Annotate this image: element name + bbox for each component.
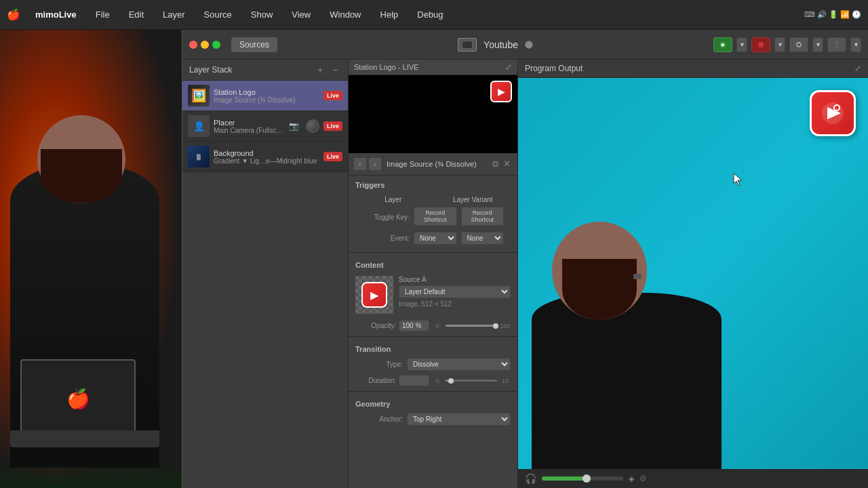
- source-select[interactable]: Layer Default: [399, 285, 511, 298]
- trigger-variant-header: Layer Variant: [435, 195, 511, 205]
- audio-knob: [583, 474, 591, 483]
- nav-prev-button[interactable]: ‹: [354, 158, 366, 170]
- inspector-expand-icon[interactable]: ⤢: [505, 62, 512, 72]
- inspector-source-title: Image Source (¾ Dissolve): [387, 160, 477, 168]
- layer-info-placer: Placer Main Camera (Fullscreen): [214, 119, 285, 134]
- program-output-header: Program Output ⤢: [518, 60, 868, 78]
- program-output-title: Program Output: [525, 64, 583, 73]
- menu-file[interactable]: File: [92, 8, 114, 21]
- remove-layer-button[interactable]: −: [329, 64, 341, 76]
- headphone-icon: 🎧: [525, 473, 536, 484]
- geometry-section-header: Geometry: [349, 394, 517, 411]
- event-label: Event:: [362, 235, 410, 242]
- duration-input[interactable]: 0,5 s: [399, 375, 429, 386]
- svg-rect-6: [797, 42, 800, 43]
- camera-bottom-glow: [0, 461, 182, 488]
- sources-button[interactable]: Sources: [231, 37, 277, 52]
- opacity-input[interactable]: 100 %: [399, 320, 429, 331]
- menu-view[interactable]: View: [288, 8, 315, 21]
- duration-row: Duration: 0,5 s 0 10: [349, 373, 517, 388]
- expand-button[interactable]: ▾: [850, 37, 861, 52]
- menu-edit[interactable]: Edit: [125, 8, 148, 21]
- menu-show[interactable]: Show: [247, 8, 277, 21]
- transition-type-label: Type:: [355, 361, 403, 368]
- duration-max: 10: [500, 378, 511, 384]
- layer-item-background[interactable]: ▓ Background Gradient ▼ Lig…e—Midnight b…: [182, 142, 348, 172]
- svg-point-11: [835, 106, 839, 110]
- mimo-window: Sources Youtube ▾: [182, 30, 868, 488]
- volume-knob[interactable]: [306, 119, 319, 133]
- layer-info-logo: Station Logo Image Source (¾ Dissolve): [214, 88, 319, 104]
- audio-settings-icon[interactable]: ⚙: [639, 474, 647, 483]
- close-button[interactable]: [189, 41, 197, 49]
- menubar: 🍎 mimoLive File Edit Layer Source Show V…: [0, 0, 868, 30]
- window-title-area: Youtube: [283, 38, 708, 52]
- source-logo-icon: ▶: [361, 282, 387, 308]
- nav-next-button[interactable]: ›: [369, 158, 381, 170]
- layer-thumb-camera: 👤: [188, 115, 210, 137]
- event-layer-select[interactable]: None: [414, 232, 457, 245]
- video-person-beard: [562, 259, 637, 320]
- dropdown-button[interactable]: ▾: [736, 37, 747, 52]
- record-indicator: [525, 41, 533, 49]
- trigger-layer-header: Layer: [355, 195, 431, 205]
- source-thumbnail: ▶: [355, 276, 393, 314]
- layer-item-station-logo[interactable]: 🖼️ Station Logo Image Source (¾ Dissolve…: [182, 81, 348, 111]
- layer-stack-actions: + −: [314, 64, 341, 76]
- toggle-key-layer-button[interactable]: Record Shortcut: [414, 207, 457, 226]
- layer-badge-placer: Live: [323, 121, 342, 131]
- trigger-col-layer: Layer: [355, 195, 431, 205]
- go-live-button[interactable]: [713, 37, 732, 52]
- settings-button[interactable]: ⋮: [827, 37, 846, 52]
- maximize-button[interactable]: [212, 41, 220, 49]
- app-name[interactable]: mimoLive: [31, 8, 81, 21]
- audio-volume-slider[interactable]: [542, 476, 623, 481]
- source-a-label: Source A: [399, 276, 511, 283]
- anchor-select[interactable]: Top Right: [407, 413, 511, 426]
- laptop-screen: 🍎: [20, 359, 136, 434]
- trigger-col-variant: Layer Variant: [435, 195, 511, 205]
- menu-window[interactable]: Window: [326, 8, 365, 21]
- layer-thumb-logo: 🖼️: [188, 85, 210, 106]
- menu-help[interactable]: Help: [376, 8, 403, 21]
- toggle-key-row: Toggle Key: Record Shortcut Record Short…: [355, 205, 511, 230]
- inspector-delete-icon[interactable]: ✕: [502, 157, 512, 171]
- menu-layer[interactable]: Layer: [159, 8, 189, 21]
- event-variant-select[interactable]: None: [461, 232, 505, 245]
- triggers-columns: Layer Layer Variant: [355, 195, 511, 205]
- opacity-slider[interactable]: [446, 325, 497, 327]
- inspector-duplicate-icon[interactable]: ⧉: [491, 157, 500, 171]
- inspector-actions: ⧉ ✕: [491, 157, 512, 171]
- toolbar-right: ▾ ▾ ▾ ⋮ ▾: [713, 37, 861, 52]
- content-section-header: Content: [349, 256, 517, 272]
- opacity-row: Opacity: 100 % 0 100: [349, 318, 517, 333]
- layer-item-placer[interactable]: 👤 Placer Main Camera (Fullscreen) 📷 Live: [182, 111, 348, 142]
- menu-debug[interactable]: Debug: [413, 8, 447, 21]
- transition-type-row: Type: Dissolve: [349, 356, 517, 373]
- opacity-max: 100: [500, 323, 511, 329]
- add-layer-button[interactable]: +: [314, 64, 326, 76]
- program-expand-icon[interactable]: ⤢: [854, 64, 861, 73]
- layer-stack-header: Layer Stack + −: [182, 60, 348, 81]
- svg-rect-1: [462, 41, 472, 48]
- apple-logo-icon: 🍎: [66, 388, 90, 410]
- record-button[interactable]: [751, 37, 770, 52]
- layer-badge-background: Live: [323, 152, 342, 161]
- layer-source-logo: Image Source (¾ Dissolve): [214, 96, 319, 104]
- laptop-base: [10, 430, 159, 447]
- main-area: 🍎 Sources Youtube: [0, 30, 868, 488]
- apple-menu[interactable]: 🍎: [7, 8, 20, 21]
- preview-video-area: ▶: [349, 75, 517, 153]
- menu-source[interactable]: Source: [200, 8, 236, 21]
- program-video-area: [518, 78, 868, 469]
- snapshot-button[interactable]: [789, 37, 808, 52]
- record-dropdown[interactable]: ▾: [774, 37, 785, 52]
- preview-icon[interactable]: [458, 38, 477, 52]
- transition-type-select[interactable]: Dissolve: [407, 358, 511, 371]
- divider-3: [349, 391, 517, 392]
- toggle-key-variant-button[interactable]: Record Shortcut: [461, 207, 505, 226]
- toggle-key-label: Toggle Key:: [362, 214, 410, 221]
- duration-slider[interactable]: [446, 380, 497, 382]
- snapshot-dropdown[interactable]: ▾: [812, 37, 823, 52]
- minimize-button[interactable]: [201, 41, 209, 49]
